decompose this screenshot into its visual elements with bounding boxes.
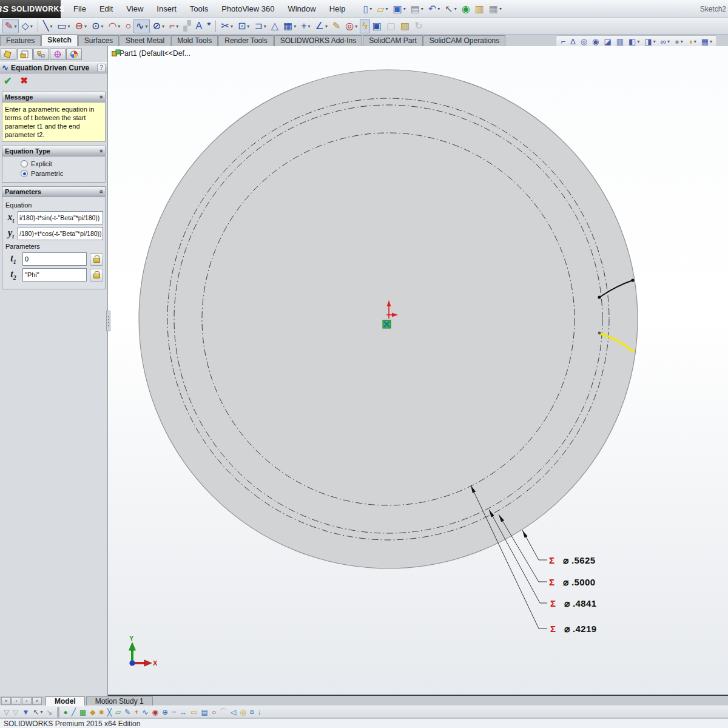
dropdown-caret-icon[interactable]: ▾ xyxy=(308,24,311,29)
menu-item[interactable]: Window xyxy=(281,0,322,18)
options-icon[interactable]: ▦ ▾ xyxy=(487,2,504,16)
menu-item[interactable]: View xyxy=(120,0,150,18)
dropdown-caret-icon[interactable]: ▾ xyxy=(694,39,696,44)
diameter-dimension-value[interactable]: ⌀ .4841 xyxy=(564,598,597,608)
collapse-chevron-icon[interactable]: » xyxy=(97,190,104,194)
feature-manager-tree-tab[interactable] xyxy=(1,49,16,60)
filter-planes-icon[interactable]: ▱ xyxy=(113,707,123,718)
display-relations-icon[interactable]: ∠ ▾ xyxy=(313,19,330,33)
graphics-viewport[interactable]: Σ ⌀ .5625 Σ ⌀ .5000 Σ ⌀ .4841 Σ ⌀ .4219 … xyxy=(0,46,728,696)
property-manager-tab[interactable] xyxy=(17,49,33,60)
dropdown-caret-icon[interactable]: ▾ xyxy=(50,24,52,29)
configuration-manager-tab[interactable] xyxy=(33,49,49,60)
dropdown-caret-icon[interactable]: ▾ xyxy=(710,39,712,44)
dropdown-caret-icon[interactable]: ▾ xyxy=(681,39,683,44)
sketch-tool-icon[interactable]: ✎ ▾ xyxy=(2,19,19,33)
command-tab[interactable]: SolidCAM Part xyxy=(363,35,423,46)
ellipse-tool-icon[interactable]: ⊘ ▾ xyxy=(150,19,166,33)
mirror-tool-icon[interactable]: ▞ xyxy=(181,19,193,33)
dropdown-caret-icon[interactable]: ▾ xyxy=(231,24,233,29)
toolbar-button[interactable] xyxy=(38,20,38,32)
toolbar-button[interactable] xyxy=(57,707,59,718)
sketch-picture-icon[interactable]: ▣ xyxy=(370,19,384,33)
dropdown-caret-icon[interactable]: ▾ xyxy=(30,24,33,29)
selection-filter-toggle-icon[interactable]: ▽ xyxy=(2,707,11,718)
dropdown-caret-icon[interactable]: ▾ xyxy=(653,39,656,44)
save-icon[interactable]: ▣ ▾ xyxy=(391,2,408,16)
filter-routing-points-icon[interactable]: ↓ xyxy=(256,707,263,718)
dropdown-caret-icon[interactable]: ▾ xyxy=(118,24,120,29)
cancel-button[interactable]: ✖ xyxy=(20,75,28,86)
dropdown-caret-icon[interactable]: ▾ xyxy=(84,24,87,29)
trim-entities-icon[interactable]: ✂ ▾ xyxy=(218,19,235,33)
t1-lock-button[interactable] xyxy=(90,253,103,266)
dropdown-caret-icon[interactable]: ▾ xyxy=(294,24,296,29)
curve-endpoint[interactable] xyxy=(598,295,601,298)
select-icon[interactable]: ↖ ▾ xyxy=(442,2,459,16)
circle-tool-icon[interactable]: ⊙ ▾ xyxy=(89,19,106,33)
open-document-icon[interactable]: ▱ ▾ xyxy=(374,2,390,16)
dropdown-caret-icon[interactable]: ▾ xyxy=(264,24,266,29)
tab-nav-button[interactable]: » xyxy=(32,697,42,705)
select-cursor-icon[interactable]: ↖ ▾ xyxy=(31,707,44,718)
filter-datums-icon[interactable]: ◁ xyxy=(229,707,238,718)
filter-cosmetic-threads-icon[interactable]: ◎ xyxy=(238,707,248,718)
filter-edges-icon[interactable]: ╱ xyxy=(70,707,78,718)
filter-balloons-icon[interactable]: ○ xyxy=(210,707,218,718)
command-tab[interactable]: Mold Tools xyxy=(171,35,218,46)
dropdown-caret-icon[interactable]: ▾ xyxy=(454,6,457,12)
clear-all-filters-icon[interactable]: ▽ xyxy=(11,707,20,718)
undo-icon[interactable]: ↶ ▾ xyxy=(426,2,442,16)
message-group-header[interactable]: Message » xyxy=(2,92,105,103)
filter-dimensions-icon[interactable]: ↔ xyxy=(178,707,189,718)
move-entities-icon[interactable]: + ▾ xyxy=(298,19,312,33)
t2-input[interactable] xyxy=(22,268,87,281)
rapid-sketch-icon[interactable]: ϟ xyxy=(360,19,369,33)
rectangle-tool-icon[interactable]: ▭ ▾ xyxy=(55,19,72,33)
filter-surface-bodies-icon[interactable]: ◆ xyxy=(88,707,97,718)
dropdown-caret-icon[interactable]: ▾ xyxy=(355,24,357,29)
filter-solid-bodies-icon[interactable]: ■ xyxy=(98,707,106,718)
line-tool-icon[interactable]: ╲ ▾ xyxy=(41,19,55,33)
menu-item[interactable]: Insert xyxy=(150,0,183,18)
filter-midpoints-icon[interactable]: ◉ xyxy=(150,707,160,718)
command-tab[interactable]: SolidCAM Operations xyxy=(423,35,505,46)
part-name[interactable]: Part1 (Default<<Def... xyxy=(120,49,190,58)
filter-center-marks-icon[interactable]: ⊕ xyxy=(160,707,170,718)
help-button[interactable]: ? xyxy=(97,64,106,72)
diameter-dimension-value[interactable]: ⌀ .5000 xyxy=(563,577,596,587)
y-equation-input[interactable] xyxy=(18,227,103,240)
t1-input[interactable] xyxy=(22,252,87,266)
dimxpert-manager-tab[interactable] xyxy=(50,49,66,60)
filter-vertices-icon[interactable]: ● xyxy=(62,707,70,718)
menu-item[interactable]: Edit xyxy=(93,0,120,18)
rebuild-icon[interactable]: ◉ xyxy=(459,2,473,16)
command-tab[interactable]: Sketch xyxy=(41,35,77,46)
command-tab[interactable]: Surfaces xyxy=(78,35,119,46)
radio-label[interactable]: Parametric xyxy=(31,170,63,177)
dropdown-caret-icon[interactable]: ▾ xyxy=(325,24,328,29)
tab-nav-button[interactable]: « xyxy=(1,697,11,705)
command-tab[interactable]: Sheet Metal xyxy=(120,35,170,46)
toolbar-button[interactable] xyxy=(215,20,216,32)
tab-nav-button[interactable]: ‹ xyxy=(12,697,21,705)
curve-endpoint[interactable] xyxy=(631,278,634,281)
collapse-chevron-icon[interactable]: » xyxy=(97,149,104,153)
linear-pattern-icon[interactable]: ▦ ▾ xyxy=(281,19,298,33)
point-tool-icon[interactable]: * xyxy=(204,19,213,33)
display-manager-tab[interactable] xyxy=(66,49,82,60)
repair-sketch-icon[interactable]: ✎ xyxy=(330,19,343,33)
polygon-tool-icon[interactable]: ○ xyxy=(123,19,133,33)
modify-sketch-icon[interactable]: ▢ xyxy=(384,19,398,33)
radio-button[interactable] xyxy=(21,160,28,167)
feature-tree-root[interactable]: + Part1 (Default<<Def... xyxy=(112,49,190,58)
convert-entities-icon[interactable]: ⊡ ▾ xyxy=(235,19,252,33)
menu-item[interactable]: Tools xyxy=(183,0,215,18)
parameters-group-header[interactable]: Parameters » xyxy=(2,187,105,197)
sketch-fillet-icon[interactable]: ⌐ ▾ xyxy=(167,19,181,33)
filter-axes-icon[interactable]: ╳ xyxy=(106,707,113,718)
dropdown-caret-icon[interactable]: ▾ xyxy=(667,39,670,44)
filter-sketch-icon[interactable]: ✎ xyxy=(123,707,132,718)
filter-connection-points-icon[interactable]: ¤ xyxy=(248,707,256,718)
filter-sketch-segments-icon[interactable]: ∿ xyxy=(140,707,150,718)
